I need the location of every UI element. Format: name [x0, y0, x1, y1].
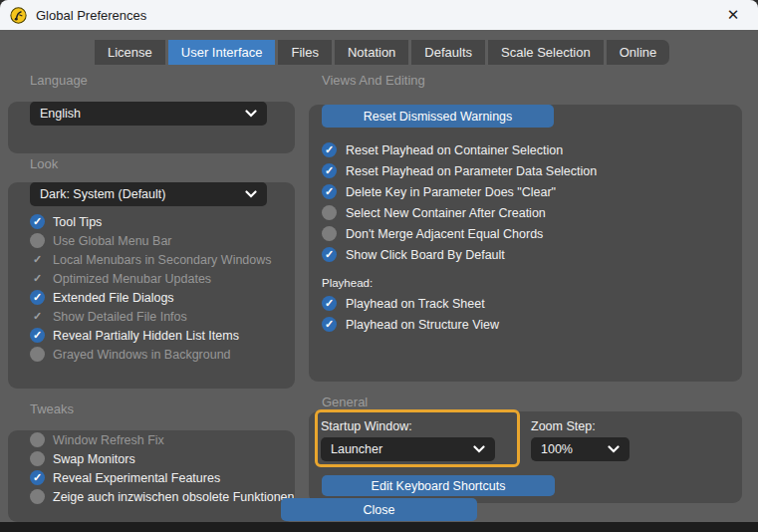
checkbox-label: Playhead on Track Sheet	[346, 297, 485, 311]
tab-label: Files	[291, 45, 318, 60]
checkbox-row[interactable]: ✓ Swap Monitors	[8, 449, 295, 468]
edit-keyboard-shortcuts-button[interactable]: Edit Keyboard Shortcuts	[322, 475, 555, 496]
tab[interactable]: Files	[278, 40, 331, 65]
window-bottom-edge	[0, 522, 758, 532]
checkbox-label: Optimized Menubar Updates	[53, 272, 211, 286]
views-group-box: Reset Dismissed Warnings ✓ Reset Playhea…	[309, 105, 742, 382]
tab[interactable]: Online	[607, 40, 670, 65]
tab-label: User Interface	[181, 45, 263, 60]
checkbox-label: Window Refresh Fix	[53, 433, 164, 447]
checkbox-row[interactable]: ✓ Playhead on Track Sheet	[309, 293, 742, 314]
checkbox-row[interactable]: ✓ Zeige auch inzwischen obsolete Funktio…	[8, 487, 295, 506]
checkmark-icon: ✓	[325, 249, 334, 260]
checkbox-row[interactable]: ✓ Tool Tips	[8, 212, 295, 231]
tab[interactable]: Scale Selection	[488, 40, 604, 65]
checkbox-label: Tool Tips	[53, 215, 102, 229]
checkbox[interactable]: ✓	[30, 309, 45, 324]
checkbox-row[interactable]: ✓ Extended File Dialogs	[8, 288, 295, 307]
checkbox[interactable]: ✓	[322, 226, 337, 241]
checkbox[interactable]: ✓	[30, 489, 45, 504]
checkbox-label: Reset Playhead on Container Selection	[346, 143, 563, 157]
title-bar: Global Preferences ✕	[0, 0, 758, 30]
language-select-value: English	[40, 107, 81, 121]
close-button[interactable]: Close	[281, 498, 477, 521]
look-checkbox-list: ✓ Tool Tips ✓ Use Global Menu Bar ✓ Loca…	[8, 212, 295, 364]
right-column: Views And Editing Reset Dismissed Warnin…	[309, 66, 742, 503]
checkbox-row[interactable]: ✓ Select New Container After Creation	[309, 202, 742, 223]
tweaks-section-label: Tweaks	[30, 401, 295, 416]
playhead-checkbox-list: ✓ Playhead on Track Sheet ✓ Playhead on …	[309, 293, 742, 335]
checkmark-icon: ✓	[325, 144, 334, 155]
tab[interactable]: Defaults	[411, 40, 485, 65]
tab-label: Online	[620, 45, 657, 60]
checkbox[interactable]: ✓	[322, 142, 337, 157]
tab[interactable]: User Interface	[168, 40, 276, 65]
close-icon[interactable]: ✕	[718, 0, 748, 30]
checkbox[interactable]: ✓	[30, 347, 45, 362]
tab-bar: License User Interface Files Notation De…	[95, 40, 669, 65]
language-select[interactable]: English	[30, 102, 267, 126]
reset-dismissed-warnings-button[interactable]: Reset Dismissed Warnings	[322, 105, 554, 128]
general-section-label: General	[322, 395, 742, 409]
checkbox-row[interactable]: ✓ Reveal Partially Hidden List Items	[8, 326, 295, 345]
checkbox-label: Don't Merge Adjacent Equal Chords	[346, 227, 543, 241]
checkbox[interactable]: ✓	[322, 247, 337, 262]
checkbox[interactable]: ✓	[30, 233, 45, 248]
checkbox-row[interactable]: ✓ Reset Playhead on Container Selection	[309, 139, 742, 160]
checkbox-row[interactable]: ✓ Don't Merge Adjacent Equal Chords	[309, 223, 742, 244]
zoom-step-select[interactable]: 100%	[531, 437, 630, 461]
chevron-down-icon	[245, 190, 257, 198]
look-select-value: Dark: System (Default)	[40, 187, 165, 201]
tab-label: Defaults	[424, 45, 472, 60]
checkbox-row[interactable]: ✓ Reveal Experimental Features	[8, 468, 295, 487]
checkbox[interactable]: ✓	[30, 470, 45, 485]
checkbox-label: Show Detailed File Infos	[53, 310, 187, 324]
views-checkbox-list: ✓ Reset Playhead on Container Selection …	[309, 139, 742, 265]
checkbox-label: Reveal Partially Hidden List Items	[53, 329, 239, 343]
tab[interactable]: License	[95, 40, 165, 65]
checkbox-label: Local Menubars in Secondary Windows	[53, 253, 272, 267]
checkbox-row[interactable]: ✓ Playhead on Structure View	[309, 314, 742, 335]
checkbox-row[interactable]: ✓ Grayed Windows in Background	[8, 345, 295, 364]
checkbox-label: Show Click Board By Default	[346, 248, 505, 262]
checkbox[interactable]: ✓	[322, 205, 337, 220]
checkmark-icon: ✓	[325, 298, 334, 309]
preferences-window: Global Preferences ✕ License User Interf…	[0, 0, 758, 532]
checkmark-icon: ✓	[33, 472, 42, 483]
checkbox-label: Swap Monitors	[53, 452, 135, 466]
checkbox[interactable]: ✓	[30, 432, 45, 447]
checkbox-row[interactable]: ✓ Reset Playhead on Parameter Data Selec…	[309, 160, 742, 181]
checkmark-icon: ✓	[33, 273, 42, 284]
checkbox-row[interactable]: ✓ Window Refresh Fix	[8, 430, 295, 449]
tab[interactable]: Notation	[335, 40, 408, 65]
checkbox[interactable]: ✓	[30, 214, 45, 229]
checkbox[interactable]: ✓	[30, 328, 45, 343]
checkbox[interactable]: ✓	[30, 290, 45, 305]
checkbox-row[interactable]: ✓ Delete Key in Parameter Does "Clear"	[309, 181, 742, 202]
checkbox-row[interactable]: ✓ Optimized Menubar Updates	[8, 269, 295, 288]
checkbox-row[interactable]: ✓ Show Detailed File Infos	[8, 307, 295, 326]
checkbox[interactable]: ✓	[322, 163, 337, 178]
tab-label: Scale Selection	[501, 45, 591, 60]
general-group-box: Startup Window: Launcher Zoom Step: 100%…	[309, 411, 742, 503]
look-select[interactable]: Dark: System (Default)	[30, 182, 267, 206]
checkbox[interactable]: ✓	[30, 271, 45, 286]
checkbox[interactable]: ✓	[30, 451, 45, 466]
chevron-down-icon	[608, 445, 620, 453]
checkbox[interactable]: ✓	[322, 184, 337, 199]
checkmark-icon: ✓	[33, 254, 42, 265]
startup-window-select-value: Launcher	[331, 442, 382, 456]
checkbox-row[interactable]: ✓ Show Click Board By Default	[309, 244, 742, 265]
checkbox[interactable]: ✓	[322, 296, 337, 311]
startup-window-select[interactable]: Launcher	[321, 437, 495, 461]
checkbox-label: Extended File Dialogs	[53, 291, 174, 305]
checkbox[interactable]: ✓	[322, 317, 337, 332]
window-title: Global Preferences	[36, 8, 146, 23]
checkbox[interactable]: ✓	[30, 252, 45, 267]
tweaks-group-box: ✓ Window Refresh Fix ✓ Swap Monitors ✓ R…	[8, 430, 295, 522]
checkbox-row[interactable]: ✓ Local Menubars in Secondary Windows	[8, 250, 295, 269]
chevron-down-icon	[245, 110, 257, 118]
checkmark-icon: ✓	[33, 216, 42, 227]
look-group-box: Dark: System (Default) ✓ Tool Tips ✓ Use…	[8, 182, 295, 389]
checkbox-row[interactable]: ✓ Use Global Menu Bar	[8, 231, 295, 250]
